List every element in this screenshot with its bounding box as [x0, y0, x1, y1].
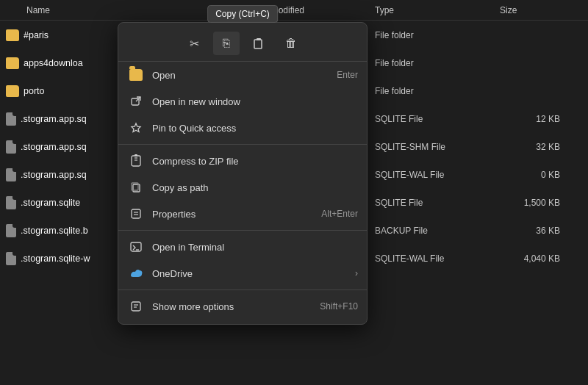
file-size: 32 KB [500, 142, 566, 152]
menu-item-shortcut: Shift+F10 [320, 301, 358, 312]
col-type: Type [375, 5, 500, 15]
folder-icon [6, 85, 19, 97]
copy-tooltip: Copy (Ctrl+C) [207, 5, 278, 23]
file-name-label: porto [24, 86, 45, 96]
menu-item-compress-to-zip-file[interactable]: Compress to ZIP file [118, 148, 367, 174]
zip-icon [127, 152, 145, 170]
file-type: SQLITE-WAL File [375, 170, 500, 180]
menu-divider [118, 289, 367, 290]
file-type: SQLITE File [375, 198, 500, 208]
file-name-label: .stogram.app.sq [21, 142, 87, 152]
context-menu: Copy (Ctrl+C) ✂ ⎘ 🗑 OpenEnter Open in ne… [118, 22, 368, 325]
menu-item-open[interactable]: OpenEnter [118, 62, 367, 88]
file-size: 36 KB [500, 226, 566, 236]
file-name-label: .stogram.sqlite.b [21, 226, 88, 236]
menu-item-open-in-terminal[interactable]: Open in Terminal [118, 234, 367, 260]
terminal-icon [127, 238, 145, 256]
star-icon [127, 119, 145, 137]
onedrive-icon [127, 265, 145, 282]
menu-item-label: Copy as path [152, 182, 358, 193]
menu-item-label: Compress to ZIP file [152, 156, 358, 167]
more-icon [127, 298, 145, 315]
menu-item-label: Open in Terminal [152, 242, 358, 253]
menu-divider [118, 230, 367, 231]
paste-button[interactable] [245, 32, 272, 55]
file-type: SQLITE File [375, 114, 500, 124]
file-type: SQLITE-WAL File [375, 253, 500, 264]
menu-item-label: OneDrive [152, 268, 355, 279]
file-icon [6, 224, 16, 237]
folder-icon [127, 66, 145, 84]
svg-line-3 [136, 97, 140, 101]
file-type: SQLITE-SHM File [375, 142, 500, 152]
file-name-label: apps4downloa [24, 58, 83, 68]
svg-marker-4 [132, 123, 140, 132]
menu-item-open-in-new-window[interactable]: Open in new window [118, 88, 367, 115]
menu-item-label: Pin to Quick access [152, 123, 358, 134]
menu-item-properties[interactable]: PropertiesAlt+Enter [118, 201, 367, 227]
menu-items-list: OpenEnter Open in new window Pin to Quic… [118, 62, 367, 320]
menu-item-pin-to-quick-access[interactable]: Pin to Quick access [118, 115, 367, 141]
svg-rect-5 [132, 156, 140, 166]
file-icon [6, 196, 16, 209]
menu-item-shortcut: Alt+Enter [321, 209, 358, 219]
submenu-arrow-icon: › [355, 268, 358, 278]
copy-button[interactable]: ⎘ [213, 32, 240, 55]
file-type: File folder [375, 86, 500, 96]
copy-icon [127, 179, 145, 196]
svg-rect-1 [257, 38, 261, 40]
file-size: 12 KB [500, 114, 566, 124]
svg-rect-16 [132, 302, 140, 311]
file-name-label: .stogram.app.sq [21, 114, 87, 124]
file-icon [6, 112, 16, 126]
folder-icon [6, 29, 19, 41]
menu-item-shortcut: Enter [337, 70, 358, 80]
file-type: BACKUP File [375, 226, 500, 236]
svg-rect-11 [132, 209, 140, 218]
file-size: 0 KB [500, 170, 566, 180]
folder-icon [6, 57, 19, 69]
file-name-label: .stogram.app.sq [21, 170, 87, 180]
delete-button[interactable]: 🗑 [278, 32, 304, 55]
file-name-label: .stogram.sqlite [21, 198, 80, 208]
file-size: 1,500 KB [500, 198, 566, 208]
file-icon [6, 168, 16, 181]
cut-button[interactable]: ✂ [181, 32, 207, 55]
file-type: File folder [375, 30, 500, 40]
menu-item-onedrive[interactable]: OneDrive› [118, 260, 367, 287]
menu-item-label: Properties [152, 209, 321, 220]
menu-item-label: Open in new window [152, 96, 358, 107]
menu-divider [118, 144, 367, 145]
menu-item-copy-as-path[interactable]: Copy as path [118, 174, 367, 201]
file-size: 4,040 KB [500, 253, 566, 264]
table-header: Name Date modified Type Size [0, 0, 588, 21]
file-type: File folder [375, 58, 500, 68]
menu-icon-row: ✂ ⎘ 🗑 [118, 27, 367, 62]
svg-rect-0 [254, 40, 262, 48]
file-name-label: .stogram.sqlite-w [21, 253, 90, 264]
file-icon [6, 140, 16, 154]
newwindow-icon [127, 93, 145, 110]
file-icon [6, 252, 16, 265]
menu-item-show-more-options[interactable]: Show more optionsShift+F10 [118, 293, 367, 320]
file-name-label: #paris [24, 30, 49, 40]
menu-item-label: Show more options [152, 301, 320, 312]
col-size: Size [500, 5, 566, 15]
props-icon [127, 205, 145, 223]
menu-item-label: Open [152, 70, 337, 81]
svg-rect-6 [135, 154, 137, 156]
